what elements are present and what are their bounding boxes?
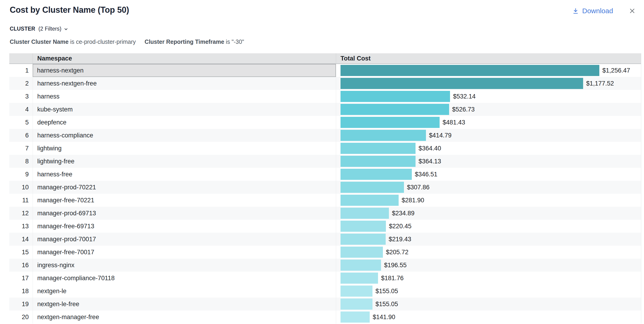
table-row: 7lightwing$364.40 <box>9 142 641 155</box>
namespace-column-header[interactable]: Namespace <box>33 53 336 64</box>
row-rank: 17 <box>9 272 33 285</box>
row-rank: 13 <box>9 220 33 233</box>
row-rank: 12 <box>9 207 33 220</box>
filter-item-cluster-name: Cluster Cluster Name is ce-prod-cluster-… <box>10 39 136 45</box>
namespace-cell[interactable]: deepfence <box>33 116 336 129</box>
row-rank: 6 <box>9 129 33 142</box>
namespace-cell[interactable]: lightwing-free <box>33 155 336 168</box>
namespace-cell[interactable]: lightwing <box>33 142 336 155</box>
total-cost-cell[interactable]: $307.86 <box>336 181 641 194</box>
table-row: 14manager-prod-70017$219.43 <box>9 233 641 246</box>
total-cost-cell[interactable]: $364.40 <box>336 142 641 155</box>
row-rank: 20 <box>9 310 33 323</box>
total-cost-cell[interactable]: $526.73 <box>336 103 641 116</box>
row-rank: 14 <box>9 233 33 246</box>
namespace-cell[interactable]: harness <box>33 90 336 103</box>
row-rank: 19 <box>9 297 33 310</box>
table-row: 13manager-free-69713$220.45 <box>9 220 641 233</box>
total-cost-cell[interactable]: $155.05 <box>336 285 641 297</box>
cost-value: $526.73 <box>452 106 475 113</box>
table-row: 17manager-compliance-70118$181.76 <box>9 272 641 285</box>
table-row: 6harness-compliance$414.79 <box>9 129 641 142</box>
table-row: 1harness-nextgen$1,256.47 <box>9 64 641 77</box>
close-icon <box>628 7 636 15</box>
namespace-cell[interactable]: harness-nextgen-free <box>33 77 336 90</box>
namespace-cell[interactable]: manager-free-70221 <box>33 194 336 207</box>
cost-bar <box>340 156 416 167</box>
row-rank: 2 <box>9 77 33 90</box>
cost-bar <box>340 234 386 245</box>
total-cost-cell[interactable]: $1,256.47 <box>336 64 641 77</box>
total-cost-cell[interactable]: $219.43 <box>336 233 641 246</box>
total-cost-cell[interactable]: $181.76 <box>336 272 641 285</box>
cost-bar <box>340 104 449 115</box>
filter-op: is <box>224 39 232 45</box>
cost-value: $234.89 <box>392 210 414 217</box>
filter-op: is <box>68 39 76 45</box>
cost-bar <box>340 143 416 154</box>
page-title: Cost by Cluster Name (Top 50) <box>10 5 129 15</box>
cost-bar <box>340 247 383 258</box>
filter-item-reporting-timeframe: Cluster Reporting Timeframe is "-30" <box>145 39 244 45</box>
cost-value: $205.72 <box>386 249 408 256</box>
table-row: 4kube-system$526.73 <box>9 103 641 116</box>
row-rank: 10 <box>9 181 33 194</box>
namespace-cell[interactable]: harness-compliance <box>33 129 336 142</box>
total-cost-cell[interactable]: $532.14 <box>336 90 641 103</box>
rank-column-header <box>9 53 33 64</box>
total-cost-cell[interactable]: $196.55 <box>336 259 641 272</box>
table-row: 10manager-prod-70221$307.86 <box>9 181 641 194</box>
total-cost-cell[interactable]: $346.51 <box>336 168 641 181</box>
cost-value: $141.90 <box>373 313 396 321</box>
filter-group-toggle[interactable]: CLUSTER (2 Filters) <box>10 26 69 32</box>
cost-value: $155.05 <box>376 288 398 295</box>
namespace-cell[interactable]: ingress-nginx <box>33 259 336 272</box>
namespace-cell[interactable]: manager-free-70017 <box>33 246 336 259</box>
namespace-cell[interactable]: nextgen-le <box>33 285 336 297</box>
namespace-cell[interactable]: nextgen-manager-free <box>33 310 336 323</box>
cost-bar <box>340 117 440 128</box>
download-button[interactable]: Download <box>572 7 613 15</box>
namespace-cell[interactable]: manager-compliance-70118 <box>33 272 336 285</box>
close-button[interactable] <box>628 7 636 15</box>
total-cost-cell[interactable]: $205.72 <box>336 246 641 259</box>
total-cost-cell[interactable]: $220.45 <box>336 220 641 233</box>
cost-bar <box>340 130 426 141</box>
total-cost-cell[interactable]: $364.13 <box>336 155 641 168</box>
namespace-cell[interactable]: harness-free <box>33 168 336 181</box>
namespace-cell[interactable]: nextgen-le-free <box>33 297 336 310</box>
total-cost-column-header[interactable]: Total Cost <box>336 53 641 64</box>
filter-field: Cluster Cluster Name <box>10 39 68 45</box>
cost-value: $1,256.47 <box>602 67 630 74</box>
table-row: 11manager-free-70221$281.90 <box>9 194 641 207</box>
cost-bar <box>340 260 381 271</box>
table-row: 15manager-free-70017$205.72 <box>9 246 641 259</box>
cost-bar <box>340 91 450 102</box>
cost-table: Namespace Total Cost 1harness-nextgen$1,… <box>9 53 641 323</box>
table-row: 20nextgen-manager-free$141.90 <box>9 310 641 323</box>
total-cost-cell[interactable]: $155.05 <box>336 297 641 310</box>
total-cost-cell[interactable]: $481.43 <box>336 116 641 129</box>
namespace-cell[interactable]: harness-nextgen <box>33 64 336 77</box>
namespace-cell[interactable]: kube-system <box>33 103 336 116</box>
cost-value: $219.43 <box>389 236 411 243</box>
cost-value: $414.79 <box>429 132 452 139</box>
table-row: 12manager-prod-69713$234.89 <box>9 207 641 220</box>
namespace-cell[interactable]: manager-prod-69713 <box>33 207 336 220</box>
namespace-cell[interactable]: manager-free-69713 <box>33 220 336 233</box>
namespace-cell[interactable]: manager-prod-70017 <box>33 233 336 246</box>
table-row: 2harness-nextgen-free$1,177.52 <box>9 77 641 90</box>
table-row: 3harness$532.14 <box>9 90 641 103</box>
table-row: 9harness-free$346.51 <box>9 168 641 181</box>
total-cost-cell[interactable]: $1,177.52 <box>336 77 641 90</box>
namespace-cell[interactable]: manager-prod-70221 <box>33 181 336 194</box>
total-cost-cell[interactable]: $234.89 <box>336 207 641 220</box>
row-rank: 1 <box>9 64 33 77</box>
total-cost-cell[interactable]: $414.79 <box>336 129 641 142</box>
total-cost-cell[interactable]: $281.90 <box>336 194 641 207</box>
table-row: 8lightwing-free$364.13 <box>9 155 641 168</box>
cost-value: $532.14 <box>453 93 476 100</box>
total-cost-cell[interactable]: $141.90 <box>336 310 641 323</box>
cost-bar <box>340 221 386 232</box>
cost-value: $281.90 <box>402 197 424 204</box>
